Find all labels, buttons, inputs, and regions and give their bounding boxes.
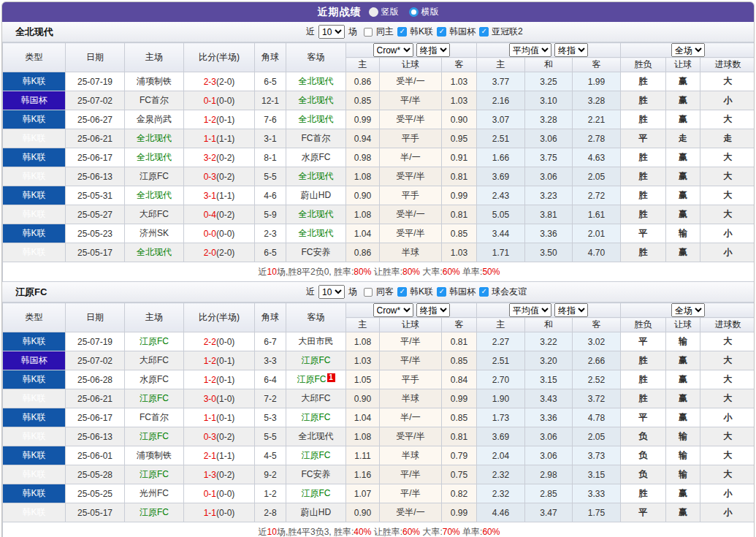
- euro-odds-cell: 3.36: [525, 224, 573, 243]
- handicap-odds-cell: 0.99: [442, 389, 477, 408]
- handicap-odds-cell: 0.86: [346, 243, 380, 262]
- handicap-odds-cell: 1.03: [442, 91, 477, 110]
- euro-odds-cell: 3.73: [573, 446, 621, 465]
- fulltime-score: 0-0: [204, 229, 216, 239]
- handicap-odds-cell: 受平/半: [380, 224, 442, 243]
- result-cell: 胜: [621, 370, 666, 389]
- corner-cell: 5-5: [255, 427, 286, 446]
- odds-source-select[interactable]: 终指: [416, 43, 450, 57]
- home-team-name: 江原FC: [140, 171, 169, 181]
- home-team-cell: 大邱FC: [125, 205, 184, 224]
- euro-odds-cell: 4.46: [477, 503, 525, 522]
- away-team-cell: 江原FC: [286, 351, 346, 370]
- odds-source-select[interactable]: 平均值: [509, 43, 551, 57]
- summary-segment: 近: [259, 527, 267, 537]
- match-row: 韩K联25-06-28水原FC1-2(0-1)6-4江原FC11.05平手0.8…: [3, 370, 755, 389]
- halftime-score: (0-0): [216, 337, 234, 347]
- score-cell: 3-0(1-0): [184, 389, 255, 408]
- summary-segment: 50%: [482, 267, 500, 277]
- same-venue-checkbox[interactable]: [364, 28, 373, 37]
- odds-source-select[interactable]: 终指: [416, 303, 450, 317]
- league-filter-checkbox[interactable]: [479, 287, 489, 297]
- result-cell: 小: [700, 503, 755, 522]
- match-row: 韩K联25-06-17FC首尔1-1(0-1)5-3江原FC1.04半/一0.8…: [3, 408, 755, 427]
- euro-odds-cell: 2.32: [477, 484, 525, 503]
- recent-count-select[interactable]: 10: [318, 25, 345, 39]
- odds-source-select[interactable]: 平均值: [509, 303, 551, 317]
- date-cell: 25-06-17: [66, 148, 125, 167]
- euro-odds-cell: 1.99: [573, 72, 621, 91]
- odds-source-select[interactable]: 终指: [554, 43, 588, 57]
- result-cell: 赢: [666, 167, 700, 186]
- same-venue-checkbox[interactable]: [364, 288, 373, 297]
- result-cell: 大: [700, 446, 755, 465]
- away-team-name: 大田市民: [299, 336, 334, 346]
- score-cell: 2-2(0-0): [184, 332, 255, 351]
- home-team-cell: 全北现代: [125, 148, 184, 167]
- home-team-name: 水原FC: [140, 374, 169, 384]
- odds-column-header: 客: [573, 318, 621, 332]
- home-team-cell: 济州SK: [125, 224, 184, 243]
- odds-source-select[interactable]: 全场: [671, 43, 705, 57]
- league-filter-checkbox[interactable]: [479, 27, 489, 37]
- league-filter-checkbox[interactable]: [437, 287, 446, 297]
- league-filter-checkbox[interactable]: [397, 287, 407, 297]
- odds-column-header: 主: [346, 318, 380, 332]
- result-cell: 大: [700, 110, 755, 129]
- summary-segment: 70%: [443, 527, 460, 537]
- odds-group-header: Crow*终指: [346, 43, 477, 58]
- odds-source-select[interactable]: Crow*: [373, 303, 413, 317]
- handicap-odds-cell: 0.95: [442, 129, 477, 148]
- handicap-odds-cell: 1.08: [346, 427, 380, 446]
- odds-column-header: 客: [442, 318, 477, 332]
- league-filter-checkbox[interactable]: [397, 27, 407, 37]
- home-team-name: 江原FC: [140, 431, 169, 441]
- home-team-name: 大邱FC: [140, 355, 169, 365]
- match-row: 韩K联25-05-28江原FC1-3(0-2)9-2FC安养1.16平/半0.7…: [3, 465, 755, 484]
- away-team-cell: 全北现代: [286, 427, 346, 446]
- euro-odds-cell: 3.22: [525, 332, 573, 351]
- match-row: 韩K联25-06-13江原FC0-3(0-2)5-5全北现代1.08受平/半0.…: [3, 427, 755, 446]
- handicap-odds-cell: 0.81: [442, 205, 477, 224]
- handicap-odds-cell: 1.07: [346, 484, 380, 503]
- date-cell: 25-05-31: [66, 186, 125, 205]
- league-cell: 韩K联: [3, 110, 66, 129]
- orientation-radio-vertical[interactable]: 竖版: [369, 6, 399, 18]
- odds-column-header: 让球: [380, 58, 442, 72]
- league-filter-checkbox[interactable]: [437, 27, 446, 37]
- date-cell: 25-06-13: [66, 427, 125, 446]
- column-header: 日期: [66, 43, 125, 72]
- orientation-radio-horizontal[interactable]: 横版: [409, 6, 439, 18]
- match-row: 韩K联25-07-19江原FC2-2(0-0)6-7大田市民1.08平/半0.8…: [3, 332, 755, 351]
- halftime-score: (0-2): [216, 153, 234, 163]
- result-cell: 大: [700, 351, 755, 370]
- odds-source-select[interactable]: 终指: [554, 303, 588, 317]
- odds-source-select[interactable]: Crow*: [373, 43, 413, 57]
- recent-label: 近: [306, 26, 315, 38]
- score-cell: 1-1(0-0): [184, 503, 255, 522]
- euro-odds-cell: 3.15: [573, 465, 621, 484]
- euro-odds-cell: 1.61: [573, 205, 621, 224]
- result-cell: 赢: [666, 389, 700, 408]
- odds-column-header: 客: [573, 58, 621, 72]
- home-team-name: 济州SK: [140, 228, 169, 238]
- result-cell: 大: [700, 332, 755, 351]
- away-team-cell: 江原FC1: [286, 370, 346, 389]
- handicap-odds-cell: 1.11: [346, 446, 380, 465]
- score-cell: 2-1(1-1): [184, 446, 255, 465]
- result-cell: 走: [700, 129, 755, 148]
- home-team-cell: 浦项制铁: [125, 72, 184, 91]
- handicap-odds-cell: 0.91: [442, 148, 477, 167]
- odds-source-select[interactable]: 全场: [671, 303, 705, 317]
- away-team-name: FC安养: [302, 247, 331, 257]
- halftime-score: (0-0): [216, 96, 234, 106]
- handicap-odds-cell: 半球: [380, 446, 442, 465]
- recent-count-select[interactable]: 10: [318, 285, 345, 299]
- score-cell: 0-0(0-0): [184, 224, 255, 243]
- result-cell: 大: [700, 186, 755, 205]
- euro-odds-cell: 2.04: [477, 446, 525, 465]
- league-filter-label: 韩K联: [410, 286, 433, 298]
- home-team-cell: 全北现代: [125, 129, 184, 148]
- odds-group-header: 平均值终指: [477, 303, 621, 318]
- summary-segment: 让胜率:: [371, 267, 402, 277]
